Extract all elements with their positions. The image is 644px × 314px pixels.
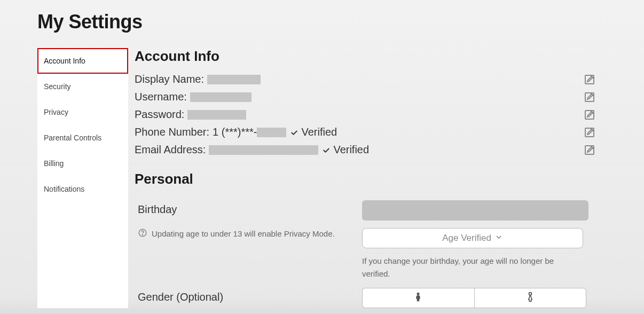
svg-point-6 [143, 234, 143, 235]
sidebar-item-privacy[interactable]: Privacy [37, 99, 128, 125]
email-value-redacted [209, 145, 318, 155]
password-value-redacted [187, 110, 246, 120]
username-value-redacted [190, 92, 252, 102]
display-name-label: Display Name: [135, 73, 204, 85]
sidebar-item-notifications[interactable]: Notifications [37, 176, 128, 202]
age-hint-row: Updating age to under 13 will enable Pri… [135, 228, 359, 239]
svg-point-7 [417, 293, 420, 295]
email-label: Email Address: [135, 144, 206, 156]
sidebar-item-account-info[interactable]: Account Info [37, 48, 128, 74]
edit-display-name-icon[interactable] [583, 73, 596, 86]
phone-verified-text: Verified [301, 126, 337, 138]
age-verified-button[interactable]: Age Verified [362, 228, 583, 248]
settings-sidebar: Account Info Security Privacy Parental C… [37, 48, 128, 308]
edit-username-icon[interactable] [583, 91, 596, 104]
gender-label: Gender (Optional) [135, 288, 359, 303]
email-verified-check-icon [321, 145, 331, 155]
personal-heading: Personal [135, 171, 607, 187]
chevron-down-icon [494, 233, 503, 244]
gender-toggle [362, 288, 586, 308]
page-title: My Settings [37, 11, 607, 33]
age-hint-text: Updating age to under 13 will enable Pri… [152, 229, 335, 238]
edit-password-icon[interactable] [583, 108, 596, 121]
account-info-heading: Account Info [135, 48, 607, 65]
help-icon[interactable] [138, 228, 147, 239]
display-name-value-redacted [207, 75, 261, 84]
edit-email-icon[interactable] [583, 144, 596, 156]
sidebar-item-security[interactable]: Security [37, 74, 128, 99]
email-verified-text: Verified [333, 144, 369, 156]
phone-row: Phone Number: 1 (***)***- Verified [135, 126, 607, 138]
sidebar-item-billing[interactable]: Billing [37, 151, 128, 176]
password-label: Password: [135, 108, 184, 121]
password-row: Password: [135, 108, 607, 121]
birthday-input[interactable] [362, 200, 588, 221]
phone-verified-check-icon [289, 128, 299, 137]
phone-label: Phone Number: [135, 126, 209, 138]
gender-female-button[interactable] [474, 288, 587, 308]
username-label: Username: [135, 91, 187, 103]
gender-male-button[interactable] [362, 288, 474, 308]
age-change-note: If you change your birthday, your age wi… [362, 255, 576, 280]
phone-value-redacted [257, 128, 286, 137]
email-row: Email Address: Verified [135, 144, 607, 156]
phone-value: 1 (***)***- [213, 126, 257, 138]
male-icon [413, 291, 423, 305]
display-name-row: Display Name: [135, 73, 607, 85]
edit-phone-icon[interactable] [583, 126, 596, 139]
username-row: Username: [135, 91, 607, 103]
sidebar-item-parental-controls[interactable]: Parental Controls [37, 125, 128, 151]
main-content: Account Info Display Name: Username: Pas… [135, 48, 607, 308]
female-icon [525, 291, 536, 305]
birthday-label: Birthday [135, 200, 359, 216]
age-verified-label: Age Verified [442, 233, 491, 244]
